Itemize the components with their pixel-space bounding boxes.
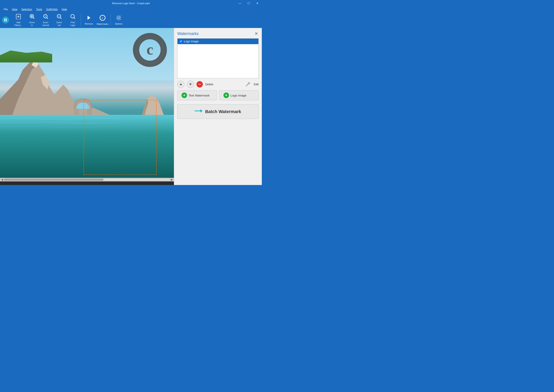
panel-header: Watermarks ✕ [177,31,259,36]
svg-text:R: R [4,18,7,23]
watermark-item-checkbox[interactable] [179,40,182,43]
zoom-normal-button[interactable]: 1 Zoomnormal [39,13,52,27]
svg-line-28 [120,16,121,17]
zoom-normal-icon: 1 [42,13,49,20]
copyright-symbol: c [133,33,167,67]
add-files-icon [15,13,21,20]
text-watermark-button[interactable]: + Text Watermark [177,90,217,100]
edit-icon [244,81,252,88]
app-logo: R [2,16,10,24]
panel-close-button[interactable]: ✕ [254,31,259,36]
zoom-out-button[interactable]: Zoomout [53,13,66,27]
close-button[interactable]: ✕ [253,0,262,6]
find-logo-label: FindLogo [70,21,75,26]
watermarks-button[interactable]: c Watermarks [96,13,109,27]
add-files-button[interactable]: AddFile(s)... [12,13,25,27]
video-canvas[interactable]: c [0,28,174,178]
svg-line-46 [246,84,248,86]
zoom-in-button[interactable]: Zoomin [26,13,38,27]
toolbar: R AddFile(s)... Zoomin [0,12,262,28]
zoom-normal-label: Zoomnormal [42,21,49,26]
watermark-item-label: Logo Image [184,40,199,43]
window-controls: — ☐ ✕ [235,0,262,6]
watermarks-list[interactable]: Logo Image [177,38,259,78]
watermarks-panel: Watermarks ✕ Logo Image [174,28,262,185]
title-bar: Remove Logo Now! - Coast.mp4 — ☐ ✕ [0,0,262,6]
zoom-in-icon [29,13,35,20]
svg-line-26 [117,16,118,17]
remove-icon [86,15,92,22]
video-area: c ◀ ▶ [0,28,174,185]
text-watermark-label: Text Watermark [189,94,210,97]
menu-bar: File View Selection Tools SoftOrbits Hel… [0,6,262,12]
zoom-out-icon [56,13,62,20]
minimize-button[interactable]: — [235,0,244,6]
find-logo-button[interactable]: FindLogo [66,13,79,27]
menu-view[interactable]: View [10,7,19,12]
options-button[interactable]: Options [112,13,125,27]
menu-help[interactable]: Help [60,7,69,12]
svg-rect-43 [198,84,201,84]
menu-tools[interactable]: Tools [34,7,44,12]
timeline-area: 00:00:00 00 // Will be generated in JS b… [0,185,262,186]
find-logo-icon [70,13,76,20]
text-watermark-plus-icon: + [182,92,187,98]
logo-image-plus-icon: + [224,92,229,98]
scroll-left-arrow[interactable]: ◀ [0,178,4,181]
zoom-out-label: Zoomout [56,21,62,26]
svg-marker-49 [200,109,203,112]
controls-row: Delete Edit [177,81,259,88]
menu-softorbits[interactable]: SoftOrbits [44,7,60,12]
move-down-button[interactable] [187,81,194,88]
edit-label[interactable]: Edit [254,83,259,86]
remove-label: Remove [85,23,93,25]
watermark-item-logo[interactable]: Logo Image [177,39,259,44]
svg-text:c: c [147,41,153,58]
toolbar-separator-1 [81,14,81,26]
maximize-button[interactable]: ☐ [244,0,253,6]
svg-line-17 [74,17,75,19]
video-scene: c [0,28,174,178]
panel-title: Watermarks [177,31,199,36]
svg-marker-41 [180,83,182,85]
batch-watermark-button[interactable]: Batch Watermark [177,104,259,119]
batch-arrow-icon [195,108,203,115]
add-files-label: AddFile(s)... [14,21,22,26]
sea [0,115,174,178]
logo-image-button[interactable]: + Logo Image [219,90,259,100]
watermark-overlay: c [132,32,168,68]
app-title: Remove Logo Now! - Coast.mp4 [112,2,150,5]
watermarks-label: Watermarks [97,23,109,25]
svg-point-21 [118,17,120,19]
main-content: c ◀ ▶ Watermarks ✕ [0,28,262,185]
scrollbar-track[interactable] [4,179,170,181]
add-buttons-row: + Text Watermark + Logo Image [177,90,259,100]
svg-line-27 [120,19,121,20]
scrollbar-thumb[interactable] [4,179,104,181]
horizontal-scrollbar[interactable]: ◀ ▶ [0,178,174,182]
svg-text:1: 1 [45,15,46,17]
svg-rect-38 [0,115,174,178]
menu-selection[interactable]: Selection [19,7,34,12]
delete-button[interactable] [196,81,203,88]
svg-marker-42 [189,84,192,85]
svg-line-8 [33,17,34,19]
toolbar-separator-2 [111,14,111,26]
scroll-right-arrow[interactable]: ▶ [170,178,174,181]
svg-line-29 [117,19,118,20]
move-up-button[interactable] [177,81,184,88]
delete-label[interactable]: Delete [205,83,213,86]
remove-button[interactable]: Remove [83,13,95,27]
zoom-in-label: Zoomin [29,21,35,26]
svg-marker-18 [88,16,90,20]
watermarks-icon: c [99,14,106,22]
menu-file[interactable]: File [2,7,10,12]
options-label: Options [115,23,123,25]
logo-image-label: Logo Image [231,94,246,97]
svg-text:c: c [102,16,103,20]
svg-line-15 [60,17,62,19]
svg-line-12 [47,17,48,19]
batch-watermark-label: Batch Watermark [205,109,241,114]
options-icon [116,15,122,22]
